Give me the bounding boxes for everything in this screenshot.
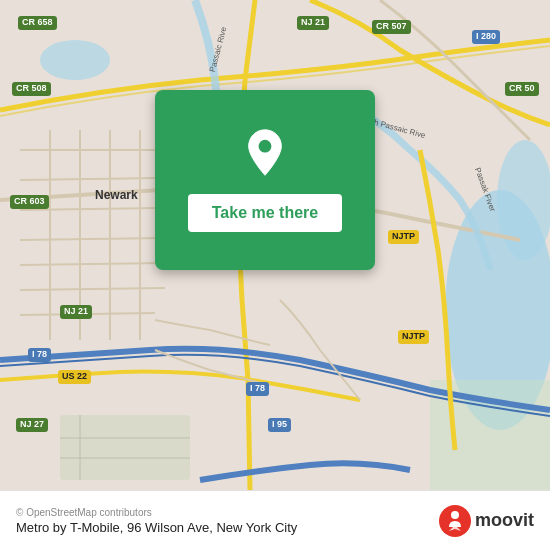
- map-area: CR 658 NJ 21 CR 507 I 280 CR 508 CR 50 C…: [0, 0, 550, 490]
- road-badge-njtp-low: NJTP: [398, 330, 429, 344]
- location-pin-icon: [240, 128, 290, 178]
- place-newark: Newark: [95, 188, 138, 202]
- take-me-there-button[interactable]: Take me there: [188, 194, 342, 232]
- road-badge-cr508: CR 508: [12, 82, 51, 96]
- svg-point-21: [451, 511, 459, 519]
- svg-line-8: [20, 263, 165, 265]
- road-badge-i78-mid: I 78: [246, 382, 269, 396]
- road-badge-njtp-top: NJTP: [388, 230, 419, 244]
- moovit-brand-text: moovit: [475, 510, 534, 531]
- app-container: CR 658 NJ 21 CR 507 I 280 CR 508 CR 50 C…: [0, 0, 550, 550]
- svg-line-9: [20, 288, 165, 290]
- moovit-brand-icon: [439, 505, 471, 537]
- location-overlay-card: Take me there: [155, 90, 375, 270]
- road-badge-nj21-low: NJ 21: [60, 305, 92, 319]
- moovit-logo: moovit: [439, 505, 534, 537]
- svg-point-19: [259, 140, 272, 153]
- road-badge-cr603: CR 603: [10, 195, 49, 209]
- map-attribution: © OpenStreetMap contributors: [16, 507, 297, 518]
- road-badge-i280: I 280: [472, 30, 500, 44]
- svg-line-7: [20, 238, 165, 240]
- road-badge-us22: US 22: [58, 370, 91, 384]
- road-badge-cr507: CR 507: [372, 20, 411, 34]
- bottom-bar: © OpenStreetMap contributors Metro by T-…: [0, 490, 550, 550]
- road-badge-cr658: CR 658: [18, 16, 57, 30]
- svg-point-2: [40, 40, 110, 80]
- road-badge-nj27: NJ 27: [16, 418, 48, 432]
- road-badge-cr50: CR 50: [505, 82, 539, 96]
- road-badge-i95: I 95: [268, 418, 291, 432]
- location-info: © OpenStreetMap contributors Metro by T-…: [16, 507, 297, 535]
- road-badge-i78-left: I 78: [28, 348, 51, 362]
- location-address: Metro by T-Mobile, 96 Wilson Ave, New Yo…: [16, 520, 297, 535]
- road-badge-nj21-top: NJ 21: [297, 16, 329, 30]
